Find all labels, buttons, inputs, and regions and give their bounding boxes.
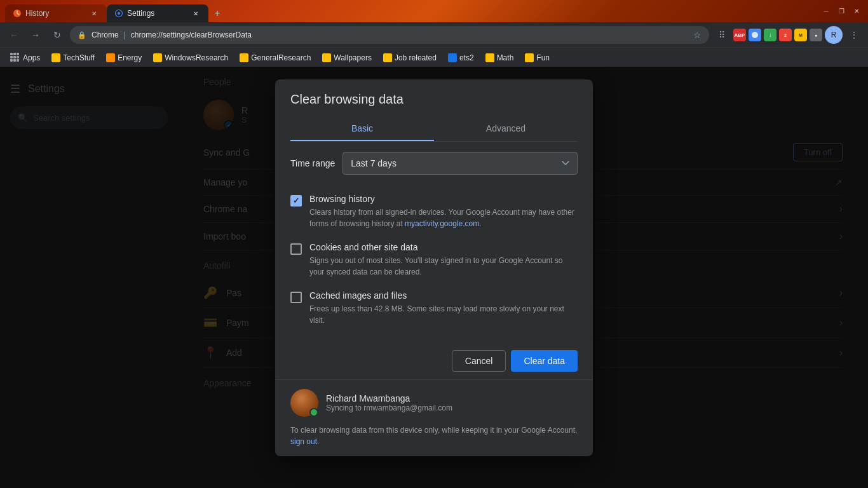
time-range-label: Time range — [290, 158, 335, 168]
bookmark-star-icon[interactable]: ☆ — [693, 30, 702, 40]
browsing-history-checkbox[interactable]: ✓ — [290, 195, 302, 207]
extension-icon-2[interactable]: ↓ — [764, 29, 776, 41]
clear-browsing-dialog: Clear browsing data Basic Advanced Time … — [275, 79, 593, 456]
extension-icon-3[interactable]: 2 — [779, 29, 792, 41]
extension-icon-4[interactable]: M — [794, 29, 807, 41]
adblock-icon[interactable]: ABP — [733, 29, 746, 41]
user-name: Richard Mwambanga — [326, 393, 452, 403]
checkmark-icon: ✓ — [293, 197, 299, 205]
cached-checkbox-wrapper — [290, 292, 302, 303]
bookmark-fun-label: Fun — [536, 53, 550, 62]
bookmark-ets2-icon — [448, 53, 457, 62]
chrome-label: Chrome — [92, 30, 119, 39]
bookmark-ets2[interactable]: ets2 — [443, 51, 479, 64]
tab-settings[interactable]: Settings ✕ — [107, 4, 208, 22]
cookies-item: Cookies and other site data Signs you ou… — [290, 236, 578, 284]
bookmark-wallpapers-icon — [322, 53, 331, 62]
svg-point-2 — [118, 12, 120, 15]
lock-icon: 🔒 — [78, 31, 86, 39]
dialog-user-footer: Richard Mwambanga Syncing to rmwambanga@… — [275, 379, 593, 456]
bookmark-techstuff-label: TechStuff — [63, 53, 95, 62]
cookies-content: Cookies and other site data Signs you ou… — [309, 242, 578, 278]
new-tab-button[interactable]: + — [208, 4, 226, 22]
history-favicon — [13, 9, 22, 18]
cookies-checkbox[interactable] — [290, 243, 302, 255]
dialog-header: Clear browsing data Basic Advanced — [275, 79, 593, 142]
bookmark-generalresearch[interactable]: GeneralResearch — [234, 51, 316, 64]
settings-favicon — [114, 9, 123, 18]
extensions-icon[interactable]: ⠿ — [713, 26, 731, 44]
user-info: Richard Mwambanga Syncing to rmwambanga@… — [326, 393, 452, 412]
bookmarks-bar: Apps TechStuff Energy WindowsResearch Ge… — [0, 48, 868, 67]
user-sync-badge — [309, 408, 318, 417]
extension-icon-1[interactable] — [749, 29, 761, 41]
bookmark-apps[interactable]: Apps — [5, 51, 45, 65]
main-content: ☰ Settings 🔍 Search settings People ✓ R … — [0, 67, 868, 488]
bookmark-energy-icon — [106, 53, 115, 62]
cookies-desc: Signs you out of most sites. You'll stay… — [309, 255, 578, 278]
dialog-note: To clear browsing data from this device … — [290, 424, 578, 447]
tab-history-close[interactable]: ✕ — [89, 8, 99, 18]
time-range-select[interactable]: Last hour Last 24 hours Last 7 days Last… — [342, 152, 578, 175]
browsing-history-content: Browsing history Clears history from all… — [309, 194, 578, 229]
window-controls: ─ ❐ ✕ — [820, 5, 863, 18]
browsing-history-title: Browsing history — [309, 194, 578, 204]
clear-data-button[interactable]: Clear data — [511, 350, 578, 372]
cookies-title: Cookies and other site data — [309, 242, 578, 252]
bookmark-math-label: Math — [497, 53, 514, 62]
dialog-tabs: Basic Advanced — [290, 117, 578, 142]
modal-overlay: Clear browsing data Basic Advanced Time … — [0, 67, 868, 488]
bookmark-jobreleated-icon — [383, 53, 392, 62]
tab-history-label: History — [25, 9, 85, 18]
address-bar[interactable]: 🔒 Chrome | chrome://settings/clearBrowse… — [70, 26, 709, 44]
dialog-body: Time range Last hour Last 24 hours Last … — [275, 142, 593, 342]
tab-settings-label: Settings — [127, 9, 187, 18]
time-range-row: Time range Last hour Last 24 hours Last … — [290, 152, 578, 175]
user-row: Richard Mwambanga Syncing to rmwambanga@… — [290, 389, 578, 417]
tab-settings-close[interactable]: ✕ — [191, 8, 201, 18]
extension-icon-5[interactable]: ● — [810, 29, 822, 41]
back-button[interactable]: ← — [5, 26, 23, 44]
cached-checkbox[interactable] — [290, 292, 302, 303]
cancel-button[interactable]: Cancel — [452, 350, 506, 372]
bookmark-techstuff-icon — [51, 53, 60, 62]
bookmark-wallpapers-label: Wallpapers — [334, 53, 372, 62]
menu-button[interactable]: ⋮ — [845, 26, 863, 44]
address-bar-row: ← → ↻ 🔒 Chrome | chrome://settings/clear… — [0, 22, 868, 48]
tab-advanced[interactable]: Advanced — [434, 117, 578, 141]
reload-button[interactable]: ↻ — [48, 26, 66, 44]
bookmark-jobreleated-label: Job releated — [395, 53, 437, 62]
cached-title: Cached images and files — [309, 290, 578, 301]
bookmark-generalresearch-label: GeneralResearch — [251, 53, 311, 62]
svg-point-3 — [752, 32, 758, 38]
bookmark-math[interactable]: Math — [480, 51, 519, 64]
bookmark-windowsresearch-icon — [153, 53, 162, 62]
cached-desc: Frees up less than 42.8 MB. Some sites m… — [309, 303, 578, 326]
bookmark-apps-label: Apps — [23, 53, 40, 62]
tab-basic[interactable]: Basic — [290, 117, 434, 141]
toolbar-icons: ⠿ ABP ↓ 2 M ● R ⋮ — [713, 26, 863, 44]
dialog-title: Clear browsing data — [290, 92, 578, 107]
bookmark-energy-label: Energy — [118, 53, 142, 62]
maximize-button[interactable]: ❐ — [835, 5, 848, 18]
bookmark-energy[interactable]: Energy — [101, 51, 147, 64]
address-separator: | — [124, 30, 126, 39]
cookies-checkbox-wrapper — [290, 243, 302, 255]
user-sync-email: Syncing to rmwambanga@gmail.com — [326, 403, 452, 412]
profile-button[interactable]: R — [825, 26, 843, 44]
bookmark-techstuff[interactable]: TechStuff — [46, 51, 100, 64]
bookmark-windowsresearch-label: WindowsResearch — [165, 53, 228, 62]
tab-history[interactable]: History ✕ — [5, 4, 107, 22]
minimize-button[interactable]: ─ — [820, 5, 832, 18]
bookmark-jobreleated[interactable]: Job releated — [378, 51, 442, 64]
close-button[interactable]: ✕ — [850, 5, 863, 18]
sign-out-link[interactable]: sign out — [290, 437, 317, 446]
forward-button[interactable]: → — [27, 26, 44, 44]
bookmark-wallpapers[interactable]: Wallpapers — [317, 51, 377, 64]
browsing-history-item: ✓ Browsing history Clears history from a… — [290, 187, 578, 236]
bookmark-ets2-label: ets2 — [459, 53, 474, 62]
bookmark-fun[interactable]: Fun — [520, 51, 555, 64]
address-url: chrome://settings/clearBrowserData — [131, 30, 252, 39]
myactivity-link[interactable]: myactivity.google.com — [405, 219, 479, 228]
bookmark-windowsresearch[interactable]: WindowsResearch — [148, 51, 233, 64]
